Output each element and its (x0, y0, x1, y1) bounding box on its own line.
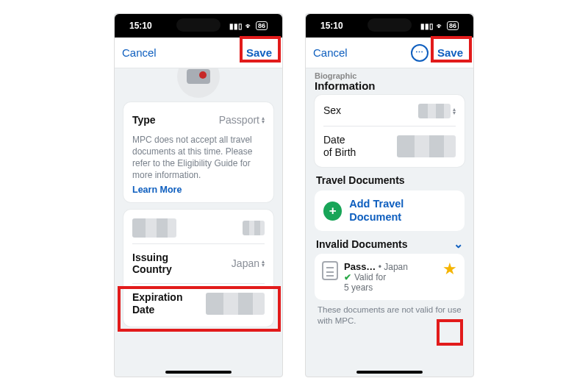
expiration-label: ExpirationDate (132, 291, 182, 316)
nav-bar: Cancel Save (115, 38, 282, 68)
nav-bar: Cancel ⋯ Save (306, 38, 473, 68)
invalid-documents-footnote: These documents are not valid for use wi… (318, 304, 462, 327)
sex-row[interactable]: Sex ▴▾ (323, 99, 456, 123)
document-country: Japan (384, 262, 408, 272)
signal-icon: ▮▮▯ (420, 22, 434, 30)
doc-number-row[interactable] (132, 215, 265, 240)
avatar-clip (123, 68, 273, 98)
status-right: ▮▮▯ ᯤ 86 (229, 21, 268, 30)
phone-left: 15:10 ▮▮▯ ᯤ 86 Cancel Save Type Passport… (114, 13, 283, 377)
learn-more-link[interactable]: Learn More (132, 185, 265, 195)
wifi-icon: ᯤ (437, 22, 444, 30)
add-travel-document-label: Add Travel Document (349, 198, 456, 224)
add-travel-document-button[interactable]: + Add Travel Document (315, 190, 465, 231)
notch (176, 18, 220, 32)
document-body: Pass… • Japan ✔ Valid for 5 years (344, 261, 437, 293)
camera-avatar[interactable] (177, 68, 220, 98)
document-icon (322, 261, 338, 280)
type-value: Passport ▴▾ (219, 114, 265, 126)
expiration-row[interactable]: ExpirationDate (132, 287, 265, 321)
type-row[interactable]: Type Passport ▴▾ (132, 110, 265, 131)
cancel-button[interactable]: Cancel (313, 46, 348, 59)
star-favorite-button[interactable]: ★ (442, 261, 457, 277)
content-area: Type Passport ▴▾ MPC does not accept all… (115, 68, 282, 377)
section-travel-documents: Travel Documents (316, 174, 463, 186)
chevron-updown-icon: ▴▾ (262, 260, 265, 267)
redacted-value (397, 135, 456, 157)
battery-indicator: 86 (447, 21, 459, 30)
status-time: 15:10 (129, 21, 152, 31)
dob-row[interactable]: Dateof Birth (323, 129, 456, 163)
type-helper-text: MPC does not accept all travel documents… (132, 131, 265, 185)
chevron-down-icon: ⌄ (453, 237, 463, 251)
invalid-documents-label: Invalid Documents (316, 238, 407, 250)
content-area: Biographic Information Sex ▴▾ Dateof Bir… (306, 68, 473, 377)
redacted-value (243, 221, 265, 235)
issuing-country-value: Japan ▴▾ (232, 257, 265, 269)
status-bar: 15:10 ▮▮▯ ᯤ 86 (306, 14, 473, 38)
status-right: ▮▮▯ ᯤ 86 (420, 21, 459, 30)
notch (368, 18, 412, 32)
plus-circle-icon: + (323, 202, 342, 221)
section-invalid-documents[interactable]: Invalid Documents ⌄ (316, 237, 463, 251)
status-bar: 15:10 ▮▮▯ ᯤ 86 (115, 14, 282, 38)
redacted-value (206, 293, 265, 315)
redacted-value (132, 218, 176, 238)
issuing-country-row[interactable]: IssuingCountry Japan ▴▾ (132, 247, 265, 281)
dob-label: Dateof Birth (323, 134, 356, 159)
save-button[interactable]: Save (243, 46, 275, 59)
more-options-button[interactable]: ⋯ (411, 44, 429, 62)
sex-value: ▴▾ (418, 104, 456, 118)
check-icon: ✔ (344, 272, 351, 282)
type-card: Type Passport ▴▾ MPC does not accept all… (123, 102, 273, 202)
status-time: 15:10 (320, 21, 343, 31)
sex-label: Sex (323, 104, 341, 117)
camera-icon (187, 69, 210, 84)
issuing-country-label: IssuingCountry (132, 252, 172, 277)
document-title: Pass… (344, 261, 376, 272)
cancel-button[interactable]: Cancel (122, 46, 157, 59)
document-details-card: IssuingCountry Japan ▴▾ ExpirationDate (123, 210, 273, 327)
signal-icon: ▮▮▯ (229, 22, 243, 30)
bio-card: Sex ▴▾ Dateof Birth (315, 95, 465, 168)
wifi-icon: ᯤ (245, 22, 253, 30)
chevron-updown-icon: ▴▾ (453, 107, 456, 115)
home-indicator[interactable] (165, 371, 232, 374)
battery-indicator: 86 (256, 21, 268, 30)
section-biographic: Biographic Information (315, 71, 465, 92)
chevron-updown-icon: ▴▾ (262, 116, 265, 124)
redacted-value (418, 104, 451, 118)
type-label: Type (132, 114, 156, 126)
phone-right: 15:10 ▮▮▯ ᯤ 86 Cancel ⋯ Save Biographic … (305, 13, 474, 377)
invalid-document-item[interactable]: Pass… • Japan ✔ Valid for 5 years ★ (315, 254, 465, 300)
home-indicator[interactable] (356, 371, 423, 374)
save-button[interactable]: Save (434, 46, 466, 59)
